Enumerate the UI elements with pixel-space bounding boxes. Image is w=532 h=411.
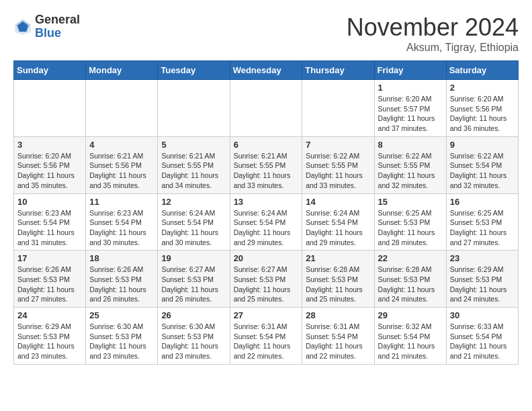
day-number: 30 <box>450 310 515 320</box>
day-info: Sunrise: 6:31 AM Sunset: 5:54 PM Dayligh… <box>306 322 370 361</box>
logo: General Blue <box>13 13 80 40</box>
calendar-cell: 25Sunrise: 6:30 AM Sunset: 5:53 PM Dayli… <box>86 308 158 365</box>
weekday-header-row: SundayMondayTuesdayWednesdayThursdayFrid… <box>14 61 519 80</box>
day-info: Sunrise: 6:22 AM Sunset: 5:55 PM Dayligh… <box>378 151 443 191</box>
calendar-header: SundayMondayTuesdayWednesdayThursdayFrid… <box>14 61 519 80</box>
calendar-cell: 20Sunrise: 6:27 AM Sunset: 5:53 PM Dayli… <box>230 250 302 308</box>
calendar-cell: 5Sunrise: 6:21 AM Sunset: 5:55 PM Daylig… <box>158 136 230 193</box>
calendar-cell: 16Sunrise: 6:25 AM Sunset: 5:53 PM Dayli… <box>446 193 518 250</box>
day-info: Sunrise: 6:33 AM Sunset: 5:54 PM Dayligh… <box>450 322 515 361</box>
calendar-cell <box>86 80 158 137</box>
day-info: Sunrise: 6:27 AM Sunset: 5:53 PM Dayligh… <box>234 265 299 304</box>
calendar-cell: 2Sunrise: 6:20 AM Sunset: 5:56 PM Daylig… <box>446 80 518 137</box>
calendar-cell: 24Sunrise: 6:29 AM Sunset: 5:53 PM Dayli… <box>14 308 86 365</box>
calendar-cell: 11Sunrise: 6:23 AM Sunset: 5:54 PM Dayli… <box>86 193 158 250</box>
calendar-cell: 13Sunrise: 6:24 AM Sunset: 5:54 PM Dayli… <box>230 193 302 250</box>
day-info: Sunrise: 6:31 AM Sunset: 5:54 PM Dayligh… <box>234 322 299 361</box>
day-info: Sunrise: 6:30 AM Sunset: 5:53 PM Dayligh… <box>89 322 154 361</box>
calendar-cell: 26Sunrise: 6:30 AM Sunset: 5:53 PM Dayli… <box>158 308 230 365</box>
calendar-cell: 6Sunrise: 6:21 AM Sunset: 5:55 PM Daylig… <box>230 136 302 193</box>
day-number: 8 <box>378 140 443 150</box>
day-number: 12 <box>161 197 226 207</box>
calendar-cell: 30Sunrise: 6:33 AM Sunset: 5:54 PM Dayli… <box>446 308 518 365</box>
calendar-cell: 28Sunrise: 6:31 AM Sunset: 5:54 PM Dayli… <box>302 308 374 365</box>
day-number: 21 <box>306 253 370 263</box>
day-info: Sunrise: 6:20 AM Sunset: 5:57 PM Dayligh… <box>378 94 443 134</box>
day-info: Sunrise: 6:26 AM Sunset: 5:53 PM Dayligh… <box>89 265 154 304</box>
day-info: Sunrise: 6:21 AM Sunset: 5:56 PM Dayligh… <box>89 151 154 191</box>
day-number: 27 <box>234 310 299 320</box>
day-info: Sunrise: 6:28 AM Sunset: 5:53 PM Dayligh… <box>378 265 443 304</box>
day-number: 9 <box>450 140 515 150</box>
calendar-table: SundayMondayTuesdayWednesdayThursdayFrid… <box>13 60 519 365</box>
calendar-cell: 27Sunrise: 6:31 AM Sunset: 5:54 PM Dayli… <box>230 308 302 365</box>
day-info: Sunrise: 6:21 AM Sunset: 5:55 PM Dayligh… <box>161 151 226 191</box>
day-info: Sunrise: 6:24 AM Sunset: 5:54 PM Dayligh… <box>234 208 299 248</box>
calendar-cell: 17Sunrise: 6:26 AM Sunset: 5:53 PM Dayli… <box>14 250 86 308</box>
calendar-cell <box>302 80 374 137</box>
day-info: Sunrise: 6:30 AM Sunset: 5:53 PM Dayligh… <box>161 322 226 361</box>
day-number: 14 <box>306 197 370 207</box>
day-number: 13 <box>234 197 299 207</box>
calendar-cell: 18Sunrise: 6:26 AM Sunset: 5:53 PM Dayli… <box>86 250 158 308</box>
weekday-header-sunday: Sunday <box>14 61 86 80</box>
day-number: 20 <box>234 253 299 263</box>
day-number: 24 <box>17 310 82 320</box>
calendar-week-row: 1Sunrise: 6:20 AM Sunset: 5:57 PM Daylig… <box>14 80 519 137</box>
day-info: Sunrise: 6:22 AM Sunset: 5:55 PM Dayligh… <box>306 151 370 191</box>
day-info: Sunrise: 6:26 AM Sunset: 5:53 PM Dayligh… <box>17 265 82 304</box>
logo-icon <box>13 17 32 36</box>
weekday-header-friday: Friday <box>374 61 446 80</box>
day-number: 2 <box>450 83 515 93</box>
month-title: November 2024 <box>347 13 519 42</box>
weekday-header-saturday: Saturday <box>446 61 518 80</box>
calendar-week-row: 17Sunrise: 6:26 AM Sunset: 5:53 PM Dayli… <box>14 250 519 308</box>
day-number: 7 <box>306 140 370 150</box>
day-info: Sunrise: 6:21 AM Sunset: 5:55 PM Dayligh… <box>234 151 299 191</box>
weekday-header-monday: Monday <box>86 61 158 80</box>
calendar-cell: 4Sunrise: 6:21 AM Sunset: 5:56 PM Daylig… <box>86 136 158 193</box>
day-number: 19 <box>161 253 226 263</box>
day-number: 23 <box>450 253 515 263</box>
logo-general-text: General <box>35 13 80 26</box>
day-info: Sunrise: 6:25 AM Sunset: 5:53 PM Dayligh… <box>378 208 443 248</box>
day-info: Sunrise: 6:29 AM Sunset: 5:53 PM Dayligh… <box>17 322 82 361</box>
day-info: Sunrise: 6:24 AM Sunset: 5:54 PM Dayligh… <box>161 208 226 248</box>
day-info: Sunrise: 6:24 AM Sunset: 5:54 PM Dayligh… <box>306 208 370 248</box>
day-number: 29 <box>378 310 443 320</box>
day-number: 6 <box>234 140 299 150</box>
day-number: 22 <box>378 253 443 263</box>
day-number: 17 <box>17 253 82 263</box>
calendar-cell <box>14 80 86 137</box>
day-number: 28 <box>306 310 370 320</box>
calendar-cell: 22Sunrise: 6:28 AM Sunset: 5:53 PM Dayli… <box>374 250 446 308</box>
calendar-cell: 7Sunrise: 6:22 AM Sunset: 5:55 PM Daylig… <box>302 136 374 193</box>
calendar-cell: 29Sunrise: 6:32 AM Sunset: 5:54 PM Dayli… <box>374 308 446 365</box>
calendar-cell: 10Sunrise: 6:23 AM Sunset: 5:54 PM Dayli… <box>14 193 86 250</box>
day-info: Sunrise: 6:23 AM Sunset: 5:54 PM Dayligh… <box>89 208 154 248</box>
weekday-header-wednesday: Wednesday <box>230 61 302 80</box>
day-number: 11 <box>89 197 154 207</box>
title-block: November 2024 Aksum, Tigray, Ethiopia <box>347 13 519 54</box>
day-info: Sunrise: 6:23 AM Sunset: 5:54 PM Dayligh… <box>17 208 82 248</box>
day-number: 10 <box>17 197 82 207</box>
day-number: 5 <box>161 140 226 150</box>
day-info: Sunrise: 6:20 AM Sunset: 5:56 PM Dayligh… <box>450 94 515 134</box>
calendar-week-row: 10Sunrise: 6:23 AM Sunset: 5:54 PM Dayli… <box>14 193 519 250</box>
calendar-cell <box>230 80 302 137</box>
calendar-cell: 14Sunrise: 6:24 AM Sunset: 5:54 PM Dayli… <box>302 193 374 250</box>
day-info: Sunrise: 6:22 AM Sunset: 5:54 PM Dayligh… <box>450 151 515 191</box>
calendar-week-row: 3Sunrise: 6:20 AM Sunset: 5:56 PM Daylig… <box>14 136 519 193</box>
calendar-cell: 15Sunrise: 6:25 AM Sunset: 5:53 PM Dayli… <box>374 193 446 250</box>
day-info: Sunrise: 6:29 AM Sunset: 5:53 PM Dayligh… <box>450 265 515 304</box>
logo-text: General Blue <box>35 13 80 40</box>
calendar-cell: 21Sunrise: 6:28 AM Sunset: 5:53 PM Dayli… <box>302 250 374 308</box>
calendar-cell <box>158 80 230 137</box>
logo-blue-text: Blue <box>35 26 61 40</box>
day-number: 18 <box>89 253 154 263</box>
day-info: Sunrise: 6:32 AM Sunset: 5:54 PM Dayligh… <box>378 322 443 361</box>
day-number: 16 <box>450 197 515 207</box>
day-number: 26 <box>161 310 226 320</box>
calendar-body: 1Sunrise: 6:20 AM Sunset: 5:57 PM Daylig… <box>14 80 519 365</box>
page-header: General Blue November 2024 Aksum, Tigray… <box>13 13 519 54</box>
